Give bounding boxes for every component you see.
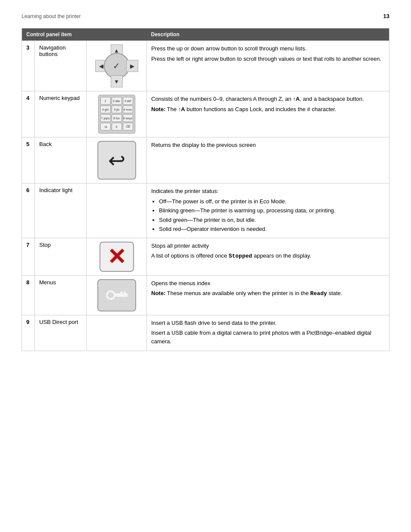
- key-1: 1: [100, 97, 111, 105]
- desc-note: Note: The ↑A button functions as Caps Lo…: [151, 105, 385, 114]
- desc-line: Opens the menus index: [151, 279, 385, 288]
- key-8: 8 tuv: [112, 114, 122, 122]
- control-panel-table: Control panel item Description 3 Navigat…: [22, 28, 389, 351]
- nav-button-visual: ▲ ◀ ✓ ▶ ▼: [95, 44, 138, 87]
- row-image: ↩: [87, 137, 147, 184]
- back-arrow-icon: ↩: [108, 148, 125, 172]
- key-0: 0: [112, 123, 122, 131]
- desc-line: Consists of the numbers 0–9, characters …: [151, 95, 385, 103]
- key-shaft-icon: [115, 293, 128, 297]
- table-row: 4 Numeric keypad 1 2 abc 3 def 4 ghi 5 j…: [22, 91, 389, 137]
- row-image: ✕: [87, 238, 147, 275]
- row-description: Returns the display to the previous scre…: [147, 137, 389, 184]
- keypad-visual: 1 2 abc 3 def 4 ghi 5 jkl 6 mno 7 pqrs 8…: [98, 95, 135, 134]
- key-head-icon: [106, 290, 115, 300]
- keypad-row: 7 pqrs 8 tuv 9 wxyz: [100, 114, 133, 122]
- row-description: Indicates the printer status: Off—The po…: [147, 184, 389, 238]
- row-description: Opens the menus index Note: These menus …: [147, 275, 389, 315]
- row-label: Stop: [35, 238, 87, 275]
- desc-line: Press the up or down arrow button to scr…: [151, 44, 385, 53]
- row-description: Insert a USB flash drive to send data to…: [147, 315, 389, 351]
- desc-line: Insert a USB flash drive to send data to…: [151, 319, 385, 327]
- back-button-visual: ↩: [97, 141, 136, 180]
- page-num: 13: [383, 13, 389, 19]
- row-label: Navigation buttons: [35, 41, 87, 91]
- stop-button-visual: ✕: [100, 242, 134, 272]
- desc-line: Indicates the printer status:: [151, 187, 385, 196]
- key-7: 7 pqrs: [100, 114, 111, 122]
- row-num: 8: [22, 275, 35, 315]
- table-row: 6 Indicator light Indicates the printer …: [22, 184, 389, 238]
- key-5: 5 jkl: [112, 106, 122, 113]
- arrow-right-icon: ▶: [126, 60, 138, 72]
- key-6: 6 mno: [123, 106, 133, 113]
- row-label: USB Direct port: [35, 315, 87, 351]
- desc-line: Press the left or right arrow button to …: [151, 55, 385, 63]
- row-image: ▲ ◀ ✓ ▶ ▼: [87, 41, 147, 91]
- row-label: Numeric keypad: [35, 91, 87, 137]
- col-description: Description: [147, 28, 389, 41]
- desc-list: Off—The power is off, or the printer is …: [159, 197, 385, 233]
- header-left: Learning about the printer: [22, 13, 81, 19]
- desc-note: Note: These menus are available only whe…: [151, 289, 385, 298]
- table-row: 8 Menus Opens the menus index Note: Thes…: [22, 275, 389, 315]
- list-item: Blinking green—The printer is warming up…: [159, 206, 385, 215]
- row-image: [87, 275, 147, 315]
- row-image: 1 2 abc 3 def 4 ghi 5 jkl 6 mno 7 pqrs 8…: [87, 91, 147, 137]
- key-back: ⌫: [123, 123, 133, 131]
- key-9: 9 wxyz: [123, 114, 133, 122]
- key-4: 4 ghi: [100, 106, 111, 113]
- table-row: 3 Navigation buttons ▲ ◀ ✓ ▶ ▼ Press the…: [22, 41, 389, 91]
- list-item: Solid green—The printer is on, but idle.: [159, 216, 385, 224]
- key-icon: [106, 289, 128, 302]
- table-row: 9 USB Direct port Insert a USB flash dri…: [22, 315, 389, 351]
- row-num: 4: [22, 91, 35, 137]
- row-description: Consists of the numbers 0–9, characters …: [147, 91, 389, 137]
- row-label: Indicator light: [35, 184, 87, 238]
- list-item: Solid red—Operator intervention is neede…: [159, 225, 385, 233]
- key-2: 2 abc: [112, 97, 122, 105]
- keypad-row: ↑A 0 ⌫: [100, 123, 133, 131]
- row-description: Press the up or down arrow button to scr…: [147, 41, 389, 91]
- arrow-down-icon: ▼: [111, 75, 123, 87]
- checkmark-icon: ✓: [113, 61, 120, 71]
- table-row: 5 Back ↩ Returns the display to the prev…: [22, 137, 389, 184]
- desc-line: Insert a USB cable from a digital camera…: [151, 329, 385, 345]
- row-image: [87, 184, 147, 238]
- row-num: 7: [22, 238, 35, 275]
- row-description: Stops all printer activity A list of opt…: [147, 238, 389, 275]
- row-label: Back: [35, 137, 87, 184]
- desc-line: Returns the display to the previous scre…: [151, 141, 385, 149]
- row-num: 6: [22, 184, 35, 238]
- key-3: 3 def: [123, 97, 133, 105]
- desc-line: A list of options is offered once Stoppe…: [151, 252, 385, 261]
- row-num: 5: [22, 137, 35, 184]
- row-num: 3: [22, 41, 35, 91]
- menus-button-visual: [97, 279, 136, 311]
- col-control-panel-item: Control panel item: [22, 28, 147, 41]
- stop-x-icon: ✕: [107, 246, 126, 268]
- key-shift: ↑A: [100, 123, 111, 131]
- row-image: [87, 315, 147, 351]
- row-num: 9: [22, 315, 35, 351]
- nav-center-circle: ✓: [104, 53, 130, 79]
- keypad-row: 4 ghi 5 jkl 6 mno: [100, 106, 133, 113]
- keypad-row: 1 2 abc 3 def: [100, 97, 133, 105]
- page-header: Learning about the printer 13: [22, 13, 389, 19]
- desc-line: Stops all printer activity: [151, 242, 385, 250]
- list-item: Off—The power is off, or the printer is …: [159, 197, 385, 206]
- row-label: Menus: [35, 275, 87, 315]
- table-row: 7 Stop ✕ Stops all printer activity A li…: [22, 238, 389, 275]
